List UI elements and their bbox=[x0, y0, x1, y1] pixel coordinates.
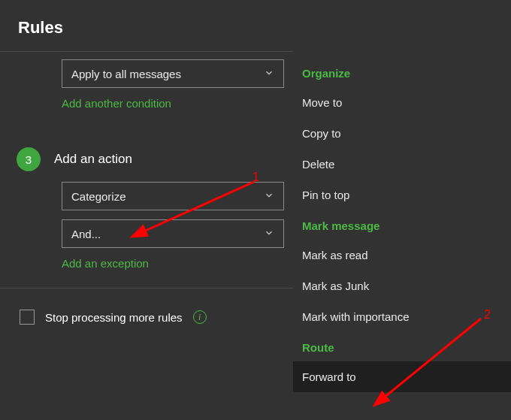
chevron-down-icon bbox=[264, 228, 274, 240]
chevron-down-icon bbox=[264, 68, 274, 80]
action-select-1[interactable]: Categorize bbox=[62, 182, 284, 210]
menu-group-mark-message: Mark message bbox=[293, 210, 511, 240]
menu-item-mark-with-importance[interactable]: Mark with importance bbox=[293, 301, 511, 332]
menu-group-organize: Organize bbox=[293, 58, 511, 87]
menu-item-mark-as-junk[interactable]: Mark as Junk bbox=[293, 270, 511, 301]
add-condition-link[interactable]: Add another condition bbox=[62, 97, 171, 110]
add-exception-link[interactable]: Add an exception bbox=[62, 257, 149, 270]
step3-header: 3 Add an action bbox=[0, 147, 293, 171]
action-select-1-value: Categorize bbox=[71, 190, 126, 203]
stop-processing-checkbox[interactable] bbox=[20, 310, 35, 325]
action-block: Categorize And... Add an exception bbox=[0, 182, 293, 285]
step-badge-3: 3 bbox=[17, 147, 41, 171]
condition-select-value: Apply to all messages bbox=[71, 68, 181, 80]
action-select-2[interactable]: And... bbox=[62, 219, 284, 248]
condition-block: Apply to all messages Add another condit… bbox=[0, 59, 293, 125]
rule-form: Apply to all messages Add another condit… bbox=[0, 52, 293, 325]
menu-item-delete[interactable]: Delete bbox=[293, 149, 511, 180]
menu-group-route: Route bbox=[293, 332, 511, 361]
menu-item-move-to[interactable]: Move to bbox=[293, 87, 511, 118]
menu-item-mark-as-read[interactable]: Mark as read bbox=[293, 240, 511, 270]
action-select-2-value: And... bbox=[71, 228, 101, 240]
stop-processing-row: Stop processing more rules i bbox=[0, 310, 293, 325]
panel-title: Rules bbox=[0, 0, 511, 51]
info-icon[interactable]: i bbox=[193, 310, 207, 324]
chevron-down-icon bbox=[264, 190, 274, 203]
menu-item-copy-to[interactable]: Copy to bbox=[293, 118, 511, 149]
condition-select[interactable]: Apply to all messages bbox=[62, 59, 284, 88]
menu-item-pin-to-top[interactable]: Pin to top bbox=[293, 180, 511, 210]
step3-title: Add an action bbox=[54, 152, 132, 167]
divider bbox=[0, 288, 293, 289]
action-menu: Organize Move to Copy to Delete Pin to t… bbox=[293, 50, 511, 392]
stop-processing-label: Stop processing more rules bbox=[45, 311, 183, 324]
menu-item-forward-to[interactable]: Forward to bbox=[293, 361, 511, 392]
